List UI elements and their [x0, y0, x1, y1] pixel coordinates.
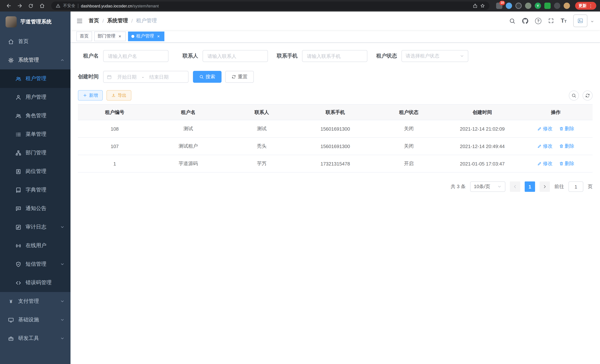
cell-contact: 测试 — [225, 120, 299, 138]
sidebar-item-label: 研发工具 — [18, 335, 56, 342]
page-size-select[interactable]: 10条/页 — [470, 181, 505, 192]
tab-dept[interactable]: 部门管理 × — [94, 31, 126, 41]
home-icon — [39, 3, 45, 9]
sidebar-item-notice[interactable]: 通知公告 — [0, 199, 71, 218]
fullscreen-icon[interactable] — [548, 18, 554, 24]
browser-reload-button[interactable] — [26, 1, 36, 10]
sidebar-item-error-code[interactable]: 错误码管理 — [0, 273, 71, 292]
next-page-button[interactable] — [540, 181, 550, 192]
avatar-caret-icon[interactable] — [590, 18, 594, 25]
monitor-icon — [8, 317, 14, 323]
bookmark-star-icon[interactable] — [480, 3, 485, 8]
tenant-status-select[interactable]: 请选择租户状态 — [402, 50, 468, 62]
close-icon[interactable]: × — [156, 34, 161, 39]
sidebar-item-system[interactable]: 系统管理 — [0, 51, 71, 69]
close-icon[interactable]: × — [117, 34, 122, 39]
sidebar-item-online-users[interactable]: 在线用户 — [0, 236, 71, 255]
extension-icon-4[interactable] — [525, 3, 531, 9]
app-title: 芋道管理系统 — [20, 19, 52, 25]
toggle-search-button[interactable] — [569, 90, 579, 100]
font-size-icon[interactable]: TT — [561, 18, 567, 24]
edit-label: 修改 — [543, 125, 553, 132]
cell-created: 2021-01-05 17:03:47 — [445, 155, 519, 172]
app-logo[interactable]: 芋道管理系统 — [0, 11, 71, 32]
tab-label: 租户管理 — [136, 33, 154, 39]
sidebar-item-audit-log[interactable]: 审计日志 — [0, 218, 71, 236]
reset-button[interactable]: 重置 — [225, 71, 254, 83]
browser-home-button[interactable] — [37, 1, 47, 10]
user-avatar[interactable] — [573, 14, 587, 27]
delete-icon — [559, 144, 563, 149]
contact-input[interactable] — [203, 50, 268, 62]
extensions-pin-icon[interactable] — [554, 3, 560, 9]
calendar-icon — [107, 75, 112, 79]
sidebar-item-tenant[interactable]: 租户管理 — [0, 69, 71, 88]
breadcrumb-item-system[interactable]: 系统管理 — [107, 18, 128, 24]
navbar-actions: ? TT — [509, 14, 594, 27]
address-bar[interactable]: 不安全 dashboard.yudao.iocoder.cn/system/te… — [51, 1, 489, 10]
sidebar-item-pay[interactable]: ¥ 支付管理 — [0, 292, 71, 311]
delete-label: 删除 — [564, 160, 574, 167]
browser-forward-button[interactable] — [15, 1, 25, 10]
sidebar-item-sms[interactable]: 短信管理 — [0, 255, 71, 273]
extension-icon-2[interactable] — [506, 3, 512, 9]
search-button[interactable]: 搜索 — [193, 71, 222, 83]
cell-contact: 芋艿 — [225, 155, 299, 172]
edit-icon — [537, 144, 542, 149]
delete-link[interactable]: 删除 — [559, 160, 574, 167]
url-text: dashboard.yudao.iocoder.cn/system/tenant — [81, 3, 159, 8]
extension-icon-3[interactable] — [516, 3, 522, 9]
menu-list-icon — [16, 131, 21, 137]
extension-icon-1[interactable]: 10 — [496, 3, 502, 9]
goto-page-input[interactable] — [568, 181, 583, 192]
add-button[interactable]: 新增 — [78, 90, 103, 101]
sidebar-item-dept[interactable]: 部门管理 — [0, 144, 71, 162]
sidebar-item-role[interactable]: 角色管理 — [0, 106, 71, 125]
page-number-button[interactable]: 1 — [525, 181, 535, 192]
end-date-input[interactable] — [145, 74, 173, 80]
tab-label: 首页 — [80, 33, 89, 39]
sidebar-item-user[interactable]: 用户管理 — [0, 88, 71, 106]
github-icon[interactable] — [522, 18, 528, 24]
gear-icon — [8, 57, 14, 63]
tenant-table: 租户编号 租户名 联系人 联系手机 租户状态 创建时间 操作 108 测试 — [78, 104, 593, 173]
chevron-down-icon — [60, 225, 65, 229]
column-header-actions: 操作 — [519, 104, 593, 120]
export-button[interactable]: 导出 — [106, 90, 131, 101]
prev-page-button[interactable] — [510, 181, 520, 192]
edit-link[interactable]: 修改 — [537, 143, 553, 149]
chevron-left-icon — [513, 184, 517, 189]
help-icon[interactable]: ? — [535, 18, 541, 24]
sidebar-item-home[interactable]: 首页 — [0, 32, 71, 51]
sidebar-item-devtools[interactable]: 研发工具 — [0, 329, 71, 348]
sidebar-toggle-button[interactable] — [76, 18, 83, 24]
extension-icon-5[interactable]: Y — [535, 3, 541, 9]
edit-link[interactable]: 修改 — [537, 160, 553, 167]
delete-link[interactable]: 删除 — [559, 143, 574, 149]
cell-actions: 修改 删除 — [519, 138, 593, 155]
security-warning-icon[interactable] — [56, 3, 60, 8]
tab-tenant[interactable]: 租户管理 × — [128, 31, 164, 41]
refresh-table-button[interactable] — [582, 90, 593, 100]
share-icon[interactable] — [473, 3, 478, 8]
create-time-range-picker[interactable]: - — [103, 71, 188, 83]
extension-icon-6[interactable] — [544, 3, 551, 9]
edit-label: 修改 — [543, 160, 553, 167]
sidebar-item-menu[interactable]: 菜单管理 — [0, 125, 71, 144]
browser-back-button[interactable] — [4, 1, 13, 10]
sidebar-item-post[interactable]: 岗位管理 — [0, 162, 71, 181]
tab-home[interactable]: 首页 — [76, 31, 92, 41]
profile-avatar-icon[interactable] — [564, 3, 570, 9]
delete-link[interactable]: 删除 — [559, 125, 574, 132]
column-header-id: 租户编号 — [78, 104, 151, 120]
browser-update-button[interactable]: 更新 ⋮ — [575, 2, 596, 10]
edit-link[interactable]: 修改 — [537, 125, 553, 132]
sidebar-item-label: 短信管理 — [26, 261, 56, 268]
sidebar-item-dict[interactable]: 字典管理 — [0, 181, 71, 199]
sidebar-item-infra[interactable]: 基础设施 — [0, 311, 71, 329]
phone-input[interactable] — [302, 50, 367, 62]
header-search-icon[interactable] — [509, 18, 516, 24]
tenant-name-input[interactable] — [103, 50, 169, 62]
start-date-input[interactable] — [113, 74, 141, 80]
breadcrumb-item-home[interactable]: 首页 — [89, 18, 99, 24]
